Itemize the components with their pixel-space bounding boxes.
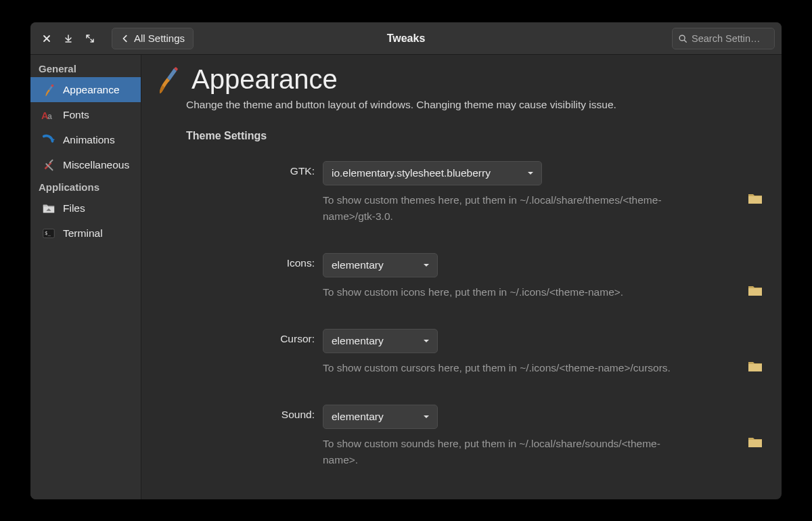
cursor-hint: To show custom cursors here, put them in…: [323, 360, 671, 376]
files-icon: [41, 201, 56, 216]
search-input[interactable]: [692, 33, 769, 44]
page-title: Appearance: [191, 64, 338, 95]
setting-row-cursor: Cursor: elementary To show custom cursor…: [154, 329, 763, 399]
sidebar-item-label: Miscellaneous: [63, 159, 129, 171]
search-icon: [678, 34, 687, 43]
animations-icon: [41, 133, 56, 148]
svg-text:a: a: [47, 112, 52, 121]
sidebar-item-label: Appearance: [63, 84, 120, 96]
setting-row-gtk: GTK: io.elementary.stylesheet.blueberry …: [154, 161, 763, 248]
sidebar-item-label: Fonts: [63, 109, 89, 121]
headerbar: All Settings Tweaks: [30, 22, 782, 55]
sidebar-item-label: Files: [63, 202, 85, 214]
icons-combobox[interactable]: elementary: [323, 253, 438, 277]
terminal-icon: $_: [41, 226, 56, 241]
open-cursors-folder-button[interactable]: [748, 360, 763, 372]
gtk-value: io.elementary.stylesheet.blueberry: [332, 167, 491, 179]
main-panel: Appearance Change the theme and button l…: [141, 55, 782, 499]
icons-hint: To show custom icons here, put them in ~…: [323, 284, 623, 300]
setting-row-sound: Sound: elementary To show custom sounds …: [154, 405, 763, 491]
chevron-down-icon: [526, 169, 535, 177]
fonts-icon: A a: [41, 108, 56, 122]
chevron-down-icon: [422, 337, 430, 345]
cursor-value: elementary: [332, 335, 384, 347]
svg-text:$_: $_: [45, 229, 51, 235]
window: All Settings Tweaks General: [30, 22, 782, 499]
sound-combobox[interactable]: elementary: [323, 405, 438, 429]
sidebar-item-appearance[interactable]: Appearance: [30, 77, 141, 102]
chevron-down-icon: [422, 413, 430, 421]
sidebar-item-miscellaneous[interactable]: Miscellaneous: [30, 152, 141, 177]
sound-value: elementary: [332, 411, 384, 423]
sidebar-item-animations[interactable]: Animations: [30, 127, 141, 152]
sidebar-item-fonts[interactable]: A a Fonts: [30, 102, 141, 127]
chevron-down-icon: [422, 261, 430, 269]
maximize-icon[interactable]: [81, 29, 99, 48]
open-sounds-folder-button[interactable]: [748, 436, 763, 448]
page-subtitle: Change the theme and button layout of wi…: [186, 99, 763, 111]
sidebar: General Appearance A a: [30, 55, 141, 499]
minimize-icon[interactable]: [59, 29, 78, 48]
cursor-combobox[interactable]: elementary: [323, 329, 438, 353]
sidebar-item-label: Animations: [63, 134, 115, 146]
miscellaneous-icon: [41, 158, 56, 173]
setting-label-gtk: GTK:: [154, 161, 323, 177]
setting-row-icons: Icons: elementary To show custom icons h…: [154, 253, 763, 323]
close-icon[interactable]: [37, 29, 56, 48]
search-field[interactable]: [672, 28, 775, 49]
gtk-combobox[interactable]: io.elementary.stylesheet.blueberry: [323, 161, 542, 185]
setting-label-icons: Icons:: [154, 253, 323, 269]
group-title: Theme Settings: [186, 130, 763, 142]
sidebar-section-applications: Applications: [30, 177, 141, 196]
back-button[interactable]: All Settings: [112, 28, 194, 49]
open-icons-folder-button[interactable]: [748, 284, 763, 296]
gtk-hint: To show custom themes here, put them in …: [323, 192, 688, 225]
appearance-large-icon: [154, 65, 181, 95]
sound-hint: To show custom sounds here, put them in …: [323, 436, 688, 468]
sidebar-item-label: Terminal: [63, 227, 103, 240]
page-header: Appearance: [154, 64, 763, 95]
icons-value: elementary: [332, 259, 384, 271]
back-button-label: All Settings: [134, 32, 185, 44]
open-themes-folder-button[interactable]: [748, 192, 763, 204]
sidebar-section-general: General: [30, 59, 141, 77]
appearance-icon: [41, 83, 56, 97]
svg-point-1: [51, 84, 54, 87]
sidebar-item-files[interactable]: Files: [30, 196, 141, 221]
body: General Appearance A a: [30, 55, 782, 499]
setting-label-sound: Sound:: [154, 405, 323, 421]
setting-label-cursor: Cursor:: [154, 329, 323, 345]
window-controls: All Settings: [37, 28, 194, 49]
sidebar-item-terminal[interactable]: $_ Terminal: [30, 221, 141, 246]
